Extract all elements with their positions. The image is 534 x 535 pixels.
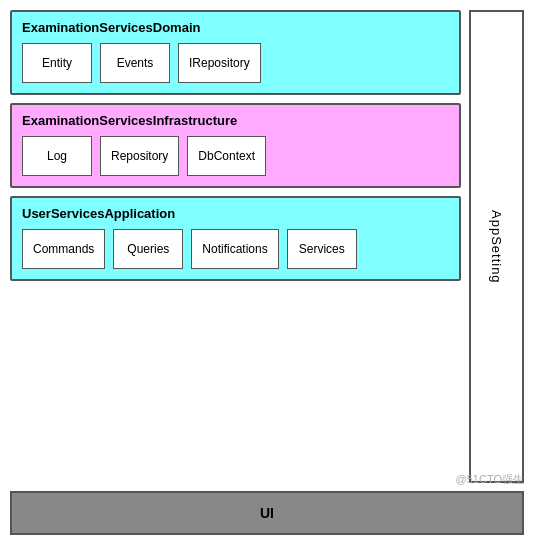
infrastructure-boxes-row: Log Repository DbContext	[22, 136, 449, 176]
app-setting-label: AppSetting	[489, 210, 504, 284]
domain-title: ExaminationServicesDomain	[22, 20, 449, 35]
log-label: Log	[47, 149, 67, 163]
queries-label: Queries	[127, 242, 169, 256]
layers-column: ExaminationServicesDomain Entity Events …	[10, 10, 469, 491]
events-box: Events	[100, 43, 170, 83]
irepository-box: IRepository	[178, 43, 261, 83]
dbcontext-label: DbContext	[198, 149, 255, 163]
dbcontext-box: DbContext	[187, 136, 266, 176]
services-box: Services	[287, 229, 357, 269]
ui-bar: UI	[10, 491, 524, 535]
outer-box: ExaminationServicesDomain Entity Events …	[10, 10, 524, 491]
events-label: Events	[117, 56, 154, 70]
infrastructure-layer: ExaminationServicesInfrastructure Log Re…	[10, 103, 461, 188]
repository-box: Repository	[100, 136, 179, 176]
repository-label: Repository	[111, 149, 168, 163]
application-layer: UserServicesApplication Commands Queries…	[10, 196, 461, 281]
ui-label: UI	[260, 505, 274, 521]
application-title: UserServicesApplication	[22, 206, 449, 221]
services-label: Services	[299, 242, 345, 256]
notifications-box: Notifications	[191, 229, 278, 269]
application-boxes-row: Commands Queries Notifications Services	[22, 229, 449, 269]
domain-layer: ExaminationServicesDomain Entity Events …	[10, 10, 461, 95]
domain-boxes-row: Entity Events IRepository	[22, 43, 449, 83]
entity-label: Entity	[42, 56, 72, 70]
log-box: Log	[22, 136, 92, 176]
commands-label: Commands	[33, 242, 94, 256]
infrastructure-title: ExaminationServicesInfrastructure	[22, 113, 449, 128]
app-setting-column: AppSetting	[469, 10, 524, 483]
commands-box: Commands	[22, 229, 105, 269]
irepository-label: IRepository	[189, 56, 250, 70]
watermark: @51CTO强生	[456, 472, 524, 487]
entity-box: Entity	[22, 43, 92, 83]
queries-box: Queries	[113, 229, 183, 269]
notifications-label: Notifications	[202, 242, 267, 256]
main-container: ExaminationServicesDomain Entity Events …	[0, 0, 534, 535]
